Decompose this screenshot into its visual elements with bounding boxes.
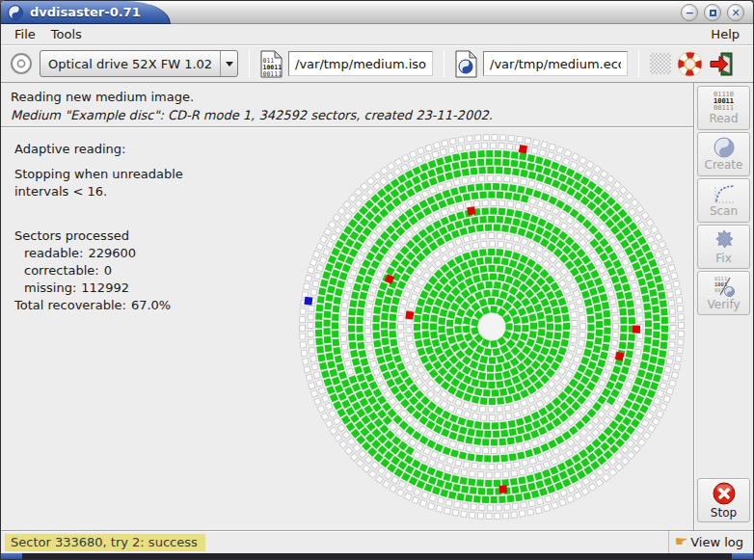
- action-title: Reading new medium image.: [11, 88, 684, 106]
- view-log-label: View log: [690, 535, 743, 549]
- titlebar-tab[interactable]: dvdisaster-0.71: [1, 1, 171, 24]
- close-button[interactable]: ✕: [727, 4, 744, 21]
- resize-grip-right[interactable]: [732, 553, 753, 559]
- chevron-down-icon[interactable]: [220, 51, 237, 76]
- ecc-file-icon: [455, 50, 477, 78]
- reading-stats: Adaptive reading: Stopping when unreadab…: [14, 141, 183, 314]
- toolbar: Optical drive 52X FW 1.02 011 10011 0011…: [1, 45, 753, 83]
- image-file-input[interactable]: [288, 51, 433, 76]
- read-button[interactable]: 01110 10011 00111 Read: [697, 86, 750, 130]
- toolbar-separator: [638, 50, 639, 77]
- hand-pointer-icon: ☛: [675, 535, 687, 549]
- fix-icon: [713, 228, 736, 252]
- status-message: Sector 333680, try 2: success: [5, 534, 205, 551]
- menu-help[interactable]: Help: [703, 25, 747, 43]
- toolbar-separator: [444, 50, 444, 77]
- minimize-button[interactable]: −: [681, 4, 698, 21]
- fix-button[interactable]: Fix: [697, 225, 750, 269]
- menu-file[interactable]: File: [7, 25, 43, 43]
- total-recoverable: Total recoverable:67.0%: [14, 297, 183, 314]
- medium-info: Medium "Example disc": CD-R mode 1, 3425…: [11, 106, 684, 124]
- app-window: dvdisaster-0.71 − ✕ File Tools Help Opti…: [0, 0, 754, 560]
- close-icon: ✕: [731, 8, 740, 18]
- ecc-file-input[interactable]: [483, 51, 628, 76]
- sectors-processed-title: Sectors processed: [14, 227, 183, 245]
- drive-selector[interactable]: Optical drive 52X FW 1.02: [40, 50, 238, 77]
- missing-count: missing:112992: [14, 280, 183, 297]
- stop-icon: [712, 481, 737, 506]
- window-bottom-frame: [1, 553, 753, 559]
- statusbar: Sector 333680, try 2: success ☛ View log: [1, 530, 753, 553]
- scan-icon: [713, 183, 736, 204]
- toolbar-separator: [249, 50, 250, 77]
- correctable-count: correctable:0: [14, 262, 183, 280]
- drive-icon: [9, 51, 34, 76]
- main-area: Reading new medium image. Medium "Exampl…: [1, 83, 693, 530]
- drive-selector-value: Optical drive 52X FW 1.02: [40, 57, 220, 71]
- sector-spiral-map: [289, 134, 693, 520]
- readable-count: readable:229600: [14, 245, 183, 262]
- stopping-rule-line2: intervals < 16.: [14, 183, 183, 200]
- scan-button[interactable]: Scan: [697, 178, 750, 223]
- image-file-icon: 011 10011 00111: [260, 50, 283, 78]
- maximize-button[interactable]: [704, 4, 721, 21]
- help-lifebuoy-icon[interactable]: [677, 51, 703, 77]
- preferences-icon[interactable]: [650, 53, 671, 74]
- quit-icon[interactable]: [709, 51, 735, 77]
- create-button[interactable]: Create: [697, 132, 750, 176]
- action-header: Reading new medium image. Medium "Exampl…: [1, 83, 693, 127]
- maximize-icon: [710, 10, 716, 16]
- sidebar: 01110 10011 00111 Read Create: [693, 83, 753, 530]
- menubar: File Tools Help: [1, 24, 753, 45]
- app-logo-icon: [8, 5, 23, 20]
- titlebar: dvdisaster-0.71 − ✕: [1, 1, 753, 24]
- minimize-icon: −: [685, 8, 693, 18]
- menu-tools[interactable]: Tools: [43, 25, 90, 43]
- mode-label: Adaptive reading:: [14, 141, 183, 158]
- resize-grip-left[interactable]: [1, 553, 22, 559]
- verify-icon: 0111 1001 0011: [713, 275, 736, 298]
- verify-button[interactable]: 0111 1001 0011 Verify: [697, 271, 750, 315]
- stop-button[interactable]: Stop: [697, 478, 750, 522]
- create-icon: [714, 137, 735, 158]
- window-title: dvdisaster-0.71: [30, 5, 141, 19]
- svg-text:00111: 00111: [263, 70, 283, 78]
- read-icon: 01110 10011 00111: [714, 92, 734, 112]
- stopping-rule-line1: Stopping when unreadable: [14, 166, 183, 183]
- view-log-button[interactable]: ☛ View log: [668, 531, 749, 553]
